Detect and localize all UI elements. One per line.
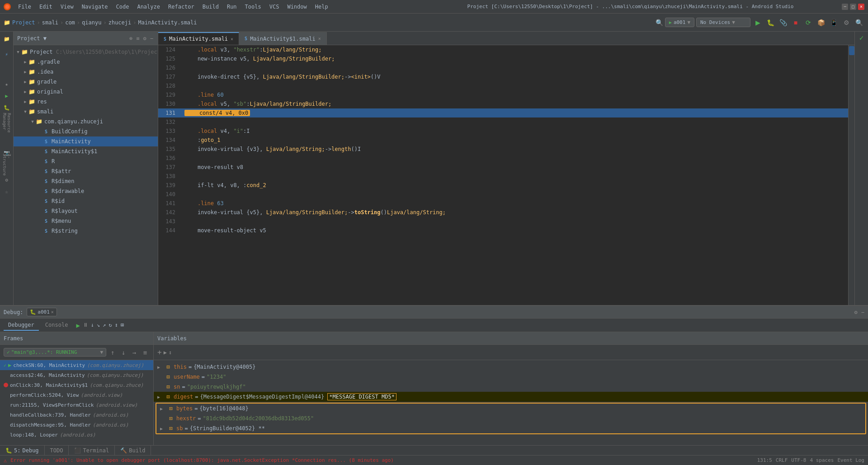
debug-config[interactable]: 🐛 a001 × [27,308,57,316]
frame-item-7[interactable]: loop:148, Looper (android.os) [0,430,153,440]
code-editor[interactable]: 124 .local v3, "hexstr":Ljava/lang/Strin… [158,45,848,305]
sidebar-run-icon[interactable]: ▶ [1,90,12,101]
device-selector[interactable]: No Devices ▼ [696,18,750,27]
sidebar-debug-icon[interactable]: 🐛 [1,102,12,113]
run-config-selector[interactable]: ▶ a001 ▼ [665,18,694,27]
minimize-button[interactable]: − [842,4,848,10]
settings-button[interactable]: ⚙ [841,17,852,28]
tree-item-r[interactable]: ▶ S R [14,156,158,166]
tab-mainactivity1-close[interactable]: × [318,36,321,41]
bottom-tab-todo[interactable]: TODO [45,446,69,455]
tab-mainactivity-close[interactable]: × [231,37,233,42]
sidebar-settings2-icon[interactable]: ⚙ [1,174,12,185]
tab-mainactivity[interactable]: S MainActivity.smali × [158,32,239,45]
sdk-manager-button[interactable]: 📦 [816,17,826,28]
frames-filter-icon[interactable]: ≡ [141,348,150,357]
sidebar-resource-manager-icon[interactable]: Resource Manager [1,117,12,128]
debug-stepout-icon[interactable]: ↗ [103,322,106,329]
tree-item-rmenu[interactable]: ▶ S R$menu [14,216,158,226]
frame-item-3[interactable]: performClick:5204, View (android.view) [0,390,153,400]
panel-minimize-icon[interactable]: − [149,34,154,42]
tree-item-rlayout[interactable]: ▶ S R$layout [14,206,158,216]
collapse-icon[interactable]: ≡ [135,34,140,42]
tree-item-smali[interactable]: ▼ 📁 smali [14,107,158,117]
tree-item-mainactivity1[interactable]: ▶ S MainActivity$1 [14,146,158,156]
frame-item-6[interactable]: dispatchMessage:95, Handler (android.os) [0,420,153,430]
sidebar-favorites-icon[interactable]: ★ [1,79,12,89]
var-add-icon[interactable]: + [157,348,162,357]
search-everywhere-button[interactable]: 🔍 [854,17,864,28]
menu-run[interactable]: Run [223,3,241,11]
bottom-tab-terminal[interactable]: ⬛ Terminal [69,446,115,455]
event-log-button[interactable]: Event Log [837,457,864,463]
frame-item-0[interactable]: ✓ ▶ checkSN:60, MainActivity (com.qianyu… [0,360,153,370]
tree-item-rid[interactable]: ▶ S R$id [14,196,158,206]
tree-item-rdimen[interactable]: ▶ S R$dimen [14,176,158,186]
var-item-digest[interactable]: ▶ ⊡ digest = {MessageDigest$MessageDiges… [154,392,868,402]
debug-stepover-icon[interactable]: ↓ [91,322,94,329]
frames-copy-icon[interactable]: → [130,348,139,357]
var-expand-icon[interactable]: ▶ [164,349,167,356]
debug-stepinto-icon[interactable]: ↘ [97,322,100,329]
debug-settings-icon[interactable]: ⚙ [854,309,858,315]
tab-console[interactable]: Console [41,320,73,331]
sync-button[interactable]: ⟳ [803,17,814,28]
var-item-this[interactable]: ▶ ⊡ this = {MainActivity@4005} [154,362,868,372]
var-item-sb[interactable]: ▶ ⊡ sb = {StringBuilder@4052} ** [156,423,865,433]
menu-tools[interactable]: Tools [241,3,265,11]
debug-evaluate-icon[interactable]: ↕ [115,322,118,329]
var-item-sn[interactable]: ▶ ⊡ sn = "poiuytrewqlkjhgf" [154,382,868,392]
tree-item-idea[interactable]: ▶ 📁 .idea [14,67,158,77]
var-item-username[interactable]: ▶ ⊡ userName = "1234" [154,372,868,382]
frame-item-4[interactable]: run:21155, View$PerformClick (android.vi… [0,400,153,410]
debug-pause-icon[interactable]: ⏸ [83,322,88,329]
menu-code[interactable]: Code [113,3,133,11]
tree-item-rdrawable[interactable]: ▶ S R$drawable [14,186,158,196]
debug-runtoursor-icon[interactable]: ↻ [109,322,112,329]
tree-item-buildconfig[interactable]: ▶ S BuildConfig [14,127,158,136]
tree-item-mainactivity[interactable]: ▶ S MainActivity [14,136,158,146]
menu-refactor[interactable]: Refactor [165,3,198,11]
frames-up-icon[interactable]: ↑ [108,348,117,357]
attach-button[interactable]: 📎 [778,17,788,28]
sidebar-project-icon[interactable]: 📁 [1,33,12,44]
menu-navigate[interactable]: Navigate [78,3,112,11]
menu-edit[interactable]: Edit [36,3,56,11]
var-item-hexstr[interactable]: ▶ ⊡ hexstr = "81dc9bdb52d04dc20036dbd831… [156,413,865,423]
run-button[interactable]: ▶ [752,17,763,28]
menu-help[interactable]: Help [311,3,332,11]
frame-item-1[interactable]: access$2:46, MainActivity (com.qianyu.zh… [0,370,153,380]
debug-resume-icon[interactable]: ▶ [76,322,80,329]
locate-icon[interactable]: ⊕ [128,34,133,42]
search-icon[interactable]: 🔍 [656,19,663,26]
menu-build[interactable]: Build [199,3,222,11]
frame-item-5[interactable]: handleCallback:739, Handler (android.os) [0,410,153,420]
debug-minimize-icon[interactable]: − [861,309,864,315]
close-button[interactable]: × [858,4,864,10]
tree-item-gradle[interactable]: ▶ 📁 .gradle [14,57,158,67]
var-collapse-icon[interactable]: ↕ [169,349,172,356]
tree-item-res[interactable]: ▶ 📁 res [14,97,158,107]
frame-item-2[interactable]: onClick:30, MainActivity$1 (com.qianyu.z… [0,380,153,390]
tab-debugger[interactable]: Debugger [4,320,39,331]
debug-config-close[interactable]: × [51,310,54,315]
thread-selector[interactable]: ✓ "main"@3,...*: RUNNING ▼ [4,348,106,357]
stop-button[interactable]: ■ [790,17,801,28]
sidebar-favorites2-icon[interactable]: ☆ [1,186,12,197]
tree-item-rstring[interactable]: ▶ S R$string [14,226,158,236]
bottom-tab-build[interactable]: 🔨 Build [115,446,151,455]
menu-window[interactable]: Window [283,3,310,11]
bottom-tab-debug[interactable]: 🐛 5: Debug [0,446,45,455]
debug-button[interactable]: 🐛 [765,17,776,28]
maximize-button[interactable]: □ [850,4,856,10]
panel-settings-icon[interactable]: ⚙ [142,34,147,42]
menu-file[interactable]: File [14,3,35,11]
menu-analyze[interactable]: Analyze [133,3,164,11]
menu-vcs[interactable]: VCS [266,3,283,11]
var-item-bytes[interactable]: ▶ ⊡ bytes = {byte[16]@4048} [156,404,865,413]
tree-root[interactable]: ▼ 📁 Project C:\Users\12550\Desktop\1\Pro… [14,47,158,57]
tab-mainactivity1[interactable]: S MainActivity$1.smali × [239,32,327,45]
debug-layout-icon[interactable]: ⊞ [121,322,124,329]
avd-manager-button[interactable]: 📱 [828,17,839,28]
tree-item-gradle2[interactable]: ▶ 📁 gradle [14,77,158,87]
